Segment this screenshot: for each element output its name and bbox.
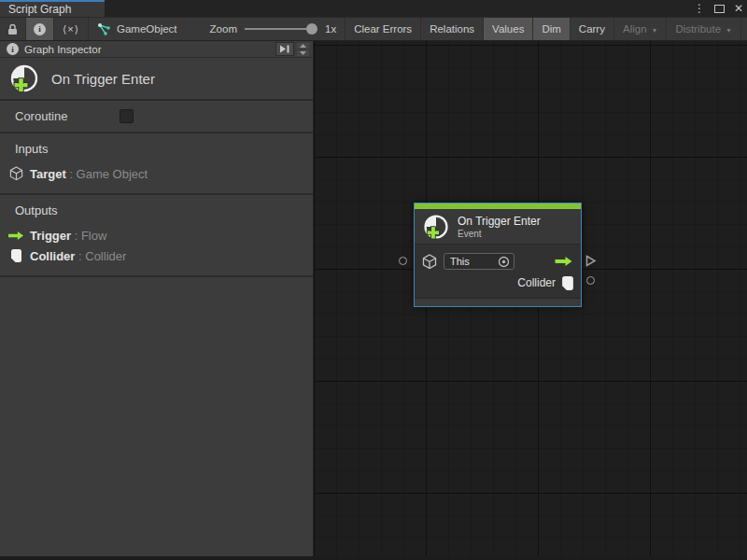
carry-button[interactable]: Carry xyxy=(571,18,614,40)
inspector-empty-area xyxy=(0,277,313,556)
button-label: Relations xyxy=(430,23,474,35)
tab-script-graph[interactable]: Script Graph xyxy=(0,0,105,17)
graph-canvas[interactable]: On Trigger Enter Event This xyxy=(314,41,747,556)
info-icon: i xyxy=(7,43,19,55)
port-name: Target xyxy=(30,167,66,181)
target-object-value: This xyxy=(450,256,470,267)
inspector-unit-title: On Trigger Enter xyxy=(0,58,313,101)
port-separator: : xyxy=(71,229,81,243)
coroutine-row: Coroutine xyxy=(0,101,313,133)
dim-button[interactable]: Dim xyxy=(533,18,570,40)
graph-toolbar: i ⟨×⟩ GameObject Zoom 1x Clear Errors xyxy=(0,17,747,41)
distribute-button[interactable]: Distribute ▼ xyxy=(667,18,741,40)
triangle-down-icon xyxy=(300,51,306,55)
clear-errors-button[interactable]: Clear Errors xyxy=(345,18,421,40)
lock-button[interactable] xyxy=(0,18,26,40)
zoom-value: 1x xyxy=(325,23,336,35)
align-button[interactable]: Align ▼ xyxy=(614,18,668,40)
window-bottom-edge xyxy=(0,556,747,560)
target-object-field[interactable]: This xyxy=(444,253,514,270)
graph-network-icon xyxy=(97,22,111,36)
button-label: Carry xyxy=(579,23,605,35)
collider-output-row: Collider xyxy=(422,273,573,292)
dock-icon xyxy=(279,44,290,54)
port-name: Collider xyxy=(30,249,75,263)
port-separator: : xyxy=(75,249,85,263)
overview-button[interactable]: Overv xyxy=(741,18,747,40)
panel-spinner xyxy=(297,43,309,56)
inputs-heading: Inputs xyxy=(0,142,313,156)
target-input-port[interactable] xyxy=(399,257,407,265)
inspector-header-title: Graph Inspector xyxy=(24,44,101,55)
port-type: Game Object xyxy=(77,167,148,181)
chevron-down-icon: ▼ xyxy=(652,27,658,34)
flow-arrow-icon xyxy=(8,231,24,241)
port-type: Collider xyxy=(85,249,126,263)
button-label: Align xyxy=(623,23,647,35)
inspector-header: i Graph Inspector xyxy=(0,41,313,58)
event-icon xyxy=(422,213,450,241)
code-preview-button[interactable]: ⟨×⟩ xyxy=(54,18,89,40)
collider-document-icon xyxy=(11,249,21,262)
node-body: This Collider xyxy=(415,245,581,298)
dock-panel-button[interactable] xyxy=(275,42,294,56)
outputs-section: Outputs Trigger : Flow xyxy=(0,195,313,277)
coroutine-checkbox[interactable] xyxy=(120,109,134,123)
unit-title: On Trigger Enter xyxy=(51,71,155,87)
lock-icon xyxy=(7,23,18,35)
graph-inspector-panel: i Graph Inspector xyxy=(0,41,314,556)
object-picker-icon[interactable] xyxy=(498,256,510,268)
coroutine-label: Coroutine xyxy=(15,109,67,123)
event-icon xyxy=(8,63,40,94)
values-button[interactable]: Values xyxy=(484,18,533,40)
button-label: Dim xyxy=(542,23,560,35)
node-subtitle: Event xyxy=(458,229,541,239)
gameobject-label: GameObject xyxy=(117,23,177,35)
port-type: Flow xyxy=(81,229,106,243)
info-icon: i xyxy=(34,23,46,35)
window-controls: ⋮ ✕ xyxy=(694,0,743,17)
button-label: Distribute xyxy=(675,23,721,35)
node-title: On Trigger Enter xyxy=(458,215,541,228)
spin-down-button[interactable] xyxy=(297,50,309,56)
title-bar: Script Graph ⋮ ✕ xyxy=(0,0,747,17)
tab-label: Script Graph xyxy=(8,3,71,16)
close-icon[interactable]: ✕ xyxy=(734,0,743,17)
on-trigger-enter-node[interactable]: On Trigger Enter Event This xyxy=(414,203,582,307)
list-item: Trigger : Flow xyxy=(0,225,313,245)
button-label: Values xyxy=(492,23,524,35)
collider-output-label: Collider xyxy=(517,276,556,289)
chevron-down-icon: ▼ xyxy=(726,27,732,34)
zoom-slider-handle[interactable] xyxy=(306,23,317,35)
gameobject-cube-icon xyxy=(422,254,437,270)
collider-output-port[interactable] xyxy=(586,276,595,285)
relations-button[interactable]: Relations xyxy=(421,18,484,40)
port-separator: : xyxy=(66,167,77,181)
spin-up-button[interactable] xyxy=(297,43,309,49)
node-footer xyxy=(415,298,581,306)
node-header[interactable]: On Trigger Enter Event xyxy=(415,209,581,245)
trigger-output-arrow-icon[interactable] xyxy=(555,256,573,267)
zoom-label: Zoom xyxy=(210,23,237,35)
zoom-control: Zoom 1x xyxy=(186,18,345,40)
button-label: Clear Errors xyxy=(354,23,412,35)
target-input-row: This xyxy=(422,252,573,271)
unity-script-graph-window: Script Graph ⋮ ✕ i ⟨×⟩ xyxy=(0,0,747,560)
trigger-output-port[interactable] xyxy=(585,255,597,267)
code-icon: ⟨×⟩ xyxy=(63,23,79,35)
inspector-toggle-button[interactable]: i xyxy=(26,18,54,40)
list-item: Target : Game Object xyxy=(0,163,313,184)
outputs-heading: Outputs xyxy=(0,203,313,217)
gameobject-cube-icon xyxy=(9,166,23,181)
maximize-icon[interactable] xyxy=(714,5,725,13)
triangle-up-icon xyxy=(300,44,306,48)
port-name: Trigger xyxy=(30,229,71,243)
inputs-section: Inputs Target : Game Object xyxy=(0,133,313,195)
collider-document-icon xyxy=(562,276,573,290)
list-item: Collider : Collider xyxy=(0,245,313,266)
window-menu-icon[interactable]: ⋮ xyxy=(694,0,705,17)
graph-owner[interactable]: GameObject xyxy=(89,18,186,40)
main-content: i Graph Inspector xyxy=(0,41,747,556)
zoom-slider[interactable] xyxy=(245,28,316,30)
